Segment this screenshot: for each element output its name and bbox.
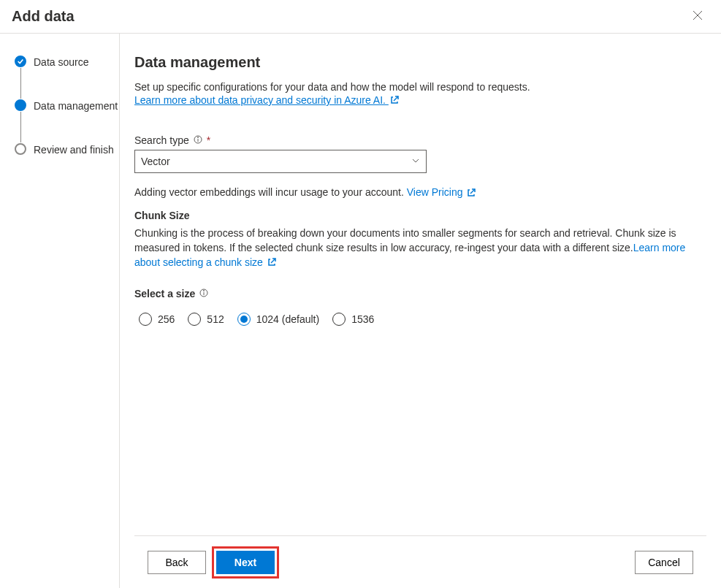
chunk-size-option-1536[interactable]: 1536 [332, 313, 374, 326]
chunk-size-description: Chunking is the process of breaking down… [134, 226, 706, 270]
radio-icon [188, 313, 201, 326]
step-todo-icon [15, 143, 26, 155]
search-type-value: Vector [141, 156, 170, 167]
step-done-icon [15, 56, 26, 67]
privacy-link-text: Learn more about data privacy and securi… [134, 94, 386, 106]
chunk-size-option-256[interactable]: 256 [139, 313, 175, 326]
radio-label: 1536 [351, 313, 374, 325]
wizard-step-data-source[interactable]: Data source [13, 56, 119, 99]
search-type-select[interactable]: Vector [134, 150, 427, 173]
external-link-icon [390, 95, 399, 107]
external-link-icon [467, 188, 476, 199]
chunk-size-title: Chunk Size [134, 210, 706, 221]
next-button[interactable]: Next [216, 551, 275, 574]
step-active-icon [15, 99, 26, 111]
dialog-body: Data source Data management Review and f… [0, 34, 721, 588]
select-size-label-row: Select a size [134, 288, 706, 299]
wizard-step-label: Review and finish [28, 143, 114, 156]
main-panel: Data management Set up specific configur… [120, 34, 721, 588]
svg-point-7 [204, 290, 205, 291]
radio-label: 256 [158, 313, 175, 325]
page-heading: Data management [134, 54, 706, 71]
svg-point-4 [197, 137, 198, 138]
footer-left: Back Next [148, 546, 279, 579]
info-icon[interactable] [194, 134, 202, 146]
dialog-footer: Back Next Cancel [134, 535, 706, 588]
search-type-label-row: Search type * [134, 134, 706, 146]
add-data-dialog: Add data Data source [0, 0, 721, 588]
view-pricing-link[interactable]: View Pricing [407, 186, 476, 198]
required-asterisk: * [207, 134, 210, 146]
close-icon [692, 9, 703, 23]
tutorial-highlight: Next [212, 546, 279, 579]
external-link-icon [267, 256, 276, 270]
wizard-step-data-management[interactable]: Data management [13, 99, 119, 143]
wizard-step-label: Data source [28, 56, 88, 69]
radio-icon [139, 313, 152, 326]
chevron-down-icon [411, 156, 420, 167]
chunk-size-option-1024[interactable]: 1024 (default) [237, 313, 319, 326]
chunk-desc-text: Chunking is the process of breaking down… [134, 227, 676, 253]
select-size-label: Select a size [134, 288, 195, 299]
view-pricing-text: View Pricing [407, 186, 463, 198]
privacy-link[interactable]: Learn more about data privacy and securi… [134, 94, 399, 106]
radio-icon [332, 313, 346, 326]
wizard-steps: Data source Data management Review and f… [13, 56, 119, 156]
radio-label: 1024 (default) [256, 313, 319, 325]
search-type-label: Search type [134, 134, 189, 146]
dialog-titlebar: Add data [0, 0, 721, 34]
wizard-step-label: Data management [28, 99, 118, 112]
back-button[interactable]: Back [148, 551, 206, 574]
search-type-field: Search type * Vector [134, 134, 706, 173]
cancel-button[interactable]: Cancel [635, 551, 693, 574]
pricing-hint-text: Adding vector embeddings will incur usag… [134, 186, 407, 198]
radio-label: 512 [207, 313, 224, 325]
close-button[interactable] [686, 5, 709, 28]
page-description: Set up specific configurations for your … [134, 81, 706, 93]
info-icon[interactable] [199, 288, 208, 299]
chunk-size-option-512[interactable]: 512 [188, 313, 224, 326]
radio-icon [237, 313, 251, 326]
chunk-size-radio-group: 256 512 1024 (default) 1536 [134, 313, 706, 326]
pricing-hint: Adding vector embeddings will incur usag… [134, 186, 706, 199]
dialog-title: Add data [12, 8, 75, 25]
wizard-step-review-finish[interactable]: Review and finish [13, 143, 119, 156]
wizard-sidebar: Data source Data management Review and f… [0, 34, 120, 588]
